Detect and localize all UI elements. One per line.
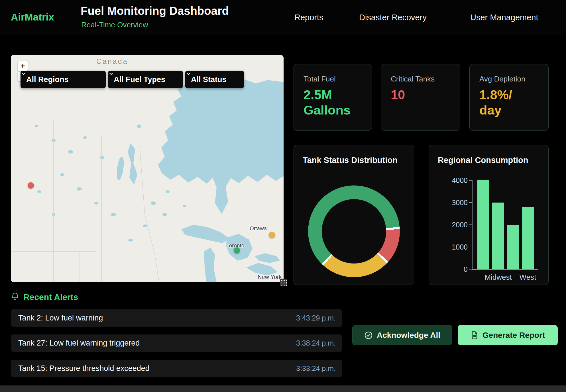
alert-row[interactable]: Tank 2: Low fuel warning 3:43:29 p.m. bbox=[11, 309, 342, 327]
alert-time: 3:43:29 p.m. bbox=[296, 309, 336, 327]
y-tick-mark bbox=[469, 180, 472, 181]
x-tick-label: West bbox=[508, 273, 548, 282]
bar-northeast bbox=[477, 180, 489, 269]
generate-report-label: Generate Report bbox=[482, 331, 545, 340]
nav-reports[interactable]: Reports bbox=[294, 13, 323, 22]
map-resize-handle[interactable] bbox=[280, 279, 287, 286]
stat-value-line1: 10 bbox=[391, 87, 405, 103]
chevron-down-icon bbox=[108, 71, 114, 77]
stat-value-line2: day bbox=[479, 103, 512, 118]
bar-midwest bbox=[492, 203, 504, 269]
page-subtitle: Real-Time Overview bbox=[81, 21, 148, 29]
stat-card-avg-depletion: Avg Depletion 1.8%/ day bbox=[469, 64, 549, 131]
tank-status-distribution-card: Tank Status Distribution bbox=[294, 145, 414, 285]
zoom-in-button[interactable]: + bbox=[18, 61, 28, 71]
stat-value-line1: 2.5M bbox=[304, 87, 351, 103]
bell-icon bbox=[11, 292, 19, 301]
region-filter-dropdown[interactable]: All Regions bbox=[21, 71, 106, 88]
y-tick-label: 1000 bbox=[439, 243, 468, 251]
nav-disaster-recovery[interactable]: Disaster Recovery bbox=[359, 13, 427, 22]
document-icon bbox=[471, 331, 479, 340]
chevron-down-icon bbox=[21, 71, 27, 77]
y-tick-mark bbox=[469, 202, 472, 203]
app-header: AirMatrix Fuel Monitoring Dashboard Real… bbox=[0, 0, 566, 35]
status-filter-dropdown[interactable]: All Status bbox=[185, 71, 244, 88]
stat-value: 2.5M Gallons bbox=[304, 87, 351, 118]
recent-alerts-title: Recent Alerts bbox=[23, 292, 78, 302]
y-tick-label: 2000 bbox=[439, 221, 468, 229]
stat-value-line2: Gallons bbox=[304, 103, 351, 118]
chart-title: Regional Consumption bbox=[438, 156, 528, 165]
map-label-new-york: New York bbox=[258, 274, 282, 280]
bar-west bbox=[522, 207, 534, 269]
bar-chart-y-axis bbox=[472, 180, 473, 270]
alert-text: Tank 27: Low fuel warning triggered bbox=[18, 334, 140, 352]
alert-row[interactable]: Tank 15: Pressure threshold exceeded 3:3… bbox=[11, 360, 342, 377]
y-tick-label: 0 bbox=[439, 265, 468, 273]
fuel-monitoring-dashboard: AirMatrix Fuel Monitoring Dashboard Real… bbox=[0, 0, 566, 392]
map-panel[interactable]: + − All Regions All Fuel Types All Statu… bbox=[11, 55, 284, 282]
alert-row[interactable]: Tank 27: Low fuel warning triggered 3:38… bbox=[11, 334, 342, 352]
y-tick-mark bbox=[469, 224, 472, 225]
alert-time: 3:38:24 p.m. bbox=[296, 334, 336, 352]
brand-logo[interactable]: AirMatrix bbox=[11, 11, 54, 23]
chart-title: Tank Status Distribution bbox=[303, 156, 398, 165]
alert-time: 3:33:24 p.m. bbox=[296, 360, 336, 377]
fuel-type-filter-dropdown[interactable]: All Fuel Types bbox=[108, 71, 183, 88]
nav-user-management[interactable]: User Management bbox=[470, 13, 538, 22]
fuel-type-filter-label: All Fuel Types bbox=[114, 75, 165, 84]
acknowledge-all-label: Acknowledge All bbox=[377, 331, 440, 340]
stat-card-total-fuel: Total Fuel 2.5M Gallons bbox=[294, 64, 372, 131]
tank-marker-critical[interactable] bbox=[28, 182, 34, 189]
stat-label: Critical Tanks bbox=[391, 75, 435, 83]
stat-value-line1: 1.8%/ bbox=[479, 87, 512, 103]
acknowledge-all-button[interactable]: Acknowledge All bbox=[352, 325, 452, 345]
page-title: Fuel Monitoring Dashboard bbox=[81, 5, 229, 17]
generate-report-button[interactable]: Generate Report bbox=[458, 325, 558, 345]
stat-value: 10 bbox=[391, 87, 405, 103]
status-filter-label: All Status bbox=[191, 75, 227, 84]
y-tick-label: 3000 bbox=[439, 199, 468, 207]
bar-south bbox=[507, 225, 519, 269]
y-tick-mark bbox=[469, 269, 472, 270]
stat-label: Total Fuel bbox=[304, 75, 336, 83]
alert-text: Tank 2: Low fuel warning bbox=[18, 309, 103, 327]
region-filter-label: All Regions bbox=[26, 75, 69, 84]
stat-card-critical-tanks: Critical Tanks 10 bbox=[381, 64, 460, 131]
regional-consumption-card: Regional Consumption 01000200030004000Mi… bbox=[429, 145, 549, 285]
regional-consumption-bar-chart bbox=[477, 180, 534, 269]
tank-marker-normal[interactable] bbox=[234, 247, 240, 254]
check-circle-icon bbox=[364, 331, 373, 340]
y-tick-label: 4000 bbox=[439, 176, 468, 184]
tank-status-donut-chart bbox=[308, 185, 400, 277]
map-label-canada: Canada bbox=[96, 57, 128, 66]
tank-marker-warning[interactable] bbox=[269, 232, 275, 238]
stat-label: Avg Depletion bbox=[479, 75, 525, 83]
chevron-down-icon bbox=[185, 71, 192, 77]
stat-value: 1.8%/ day bbox=[479, 87, 512, 118]
map-label-ottawa: Ottawa bbox=[250, 225, 267, 232]
alert-text: Tank 15: Pressure threshold exceeded bbox=[18, 360, 150, 377]
bar-chart-x-axis bbox=[472, 269, 538, 270]
bottom-partial-row bbox=[0, 385, 566, 392]
y-tick-mark bbox=[469, 247, 472, 247]
